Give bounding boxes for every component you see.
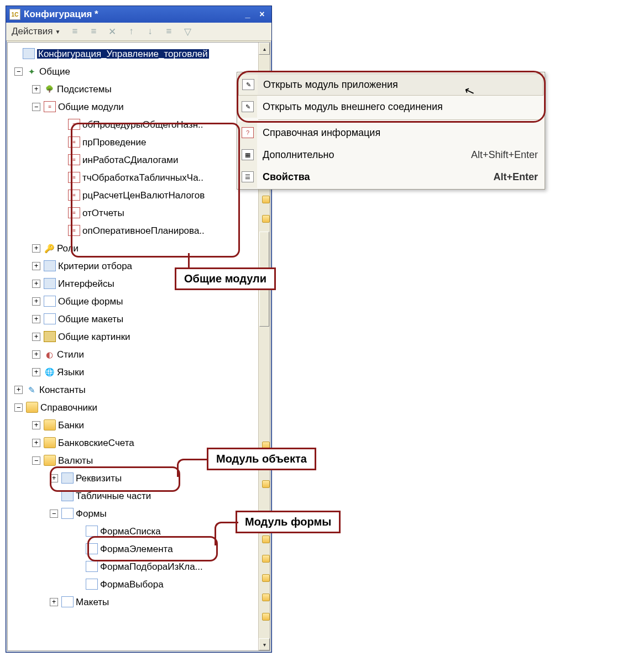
- bookmark-marker: [262, 594, 270, 601]
- form-list-label: ФормаСписка: [100, 527, 161, 536]
- bookmark-marker: [262, 555, 270, 563]
- app-icon: 1C: [9, 9, 20, 20]
- common-forms-label: Общие формы: [58, 297, 123, 306]
- interfaces-label: Интерфейсы: [58, 279, 114, 288]
- tree-root[interactable]: Конфигурация_Управление_торговлей: [11, 45, 269, 62]
- properties-icon: ☰: [242, 171, 254, 182]
- form-icon: [44, 296, 56, 307]
- common-modules-label: Общие модули: [58, 102, 124, 112]
- interface-icon: [44, 278, 56, 289]
- tree-constants[interactable]: +✎Константы: [11, 381, 269, 398]
- bookmark-marker: [262, 613, 270, 621]
- subsystems-icon: 🌳: [44, 84, 55, 94]
- ctx-properties[interactable]: ☰ Свойства Alt+Enter: [238, 166, 543, 188]
- globe-icon: 🌐: [44, 367, 55, 377]
- toolbar-down-icon[interactable]: ↓: [142, 24, 158, 39]
- languages-label: Языки: [57, 368, 84, 377]
- currencies-label: Валюты: [58, 456, 93, 465]
- callout-connector: [177, 459, 208, 477]
- ctx-label: Свойства: [257, 171, 493, 183]
- toolbar-sort-icon[interactable]: ≡: [161, 24, 176, 39]
- ctx-shortcut: Alt+Shift+Enter: [471, 149, 538, 161]
- tree-common-forms[interactable]: +Общие формы: [11, 292, 269, 310]
- expander-minus[interactable]: −: [14, 67, 23, 76]
- form-pick-label: ФормаПодбораИзКла...: [100, 562, 203, 571]
- tree-styles[interactable]: +◐Стили: [11, 345, 269, 363]
- tree-common-pictures[interactable]: +Общие картинки: [11, 328, 269, 345]
- callout-object-module: Модуль объекта: [207, 448, 316, 470]
- key-icon: 🔑: [44, 243, 55, 253]
- ctx-label: Справочная информация: [257, 127, 538, 139]
- actions-label: Действия: [12, 26, 53, 37]
- toolbar-icon-2[interactable]: ≡: [86, 24, 101, 39]
- callout-ring-formlist: [87, 536, 218, 561]
- module-group-icon: ≡: [44, 101, 56, 112]
- form-icon: [86, 526, 98, 537]
- bookmark-marker: [262, 480, 270, 488]
- titlebar[interactable]: 1C Конфигурация * _ ×: [6, 6, 271, 23]
- ctx-additional[interactable]: ▦ Дополнительно Alt+Shift+Enter: [238, 144, 543, 166]
- style-icon: ◐: [44, 349, 55, 359]
- form-choice-label: ФормаВыбора: [100, 580, 164, 589]
- folder-icon: [44, 437, 56, 448]
- actions-menu[interactable]: Действия ▼: [8, 25, 64, 38]
- layout-icon: [44, 313, 56, 324]
- tabular-label: Табличные части: [76, 491, 151, 501]
- expander-plus[interactable]: +: [32, 85, 40, 93]
- bank-accounts-label: БанковскиеСчета: [58, 438, 134, 448]
- chevron-down-icon: ▼: [55, 29, 60, 35]
- window-title: Конфигурация *: [24, 9, 98, 20]
- bookmark-marker: [262, 574, 270, 582]
- filter-icon: [44, 260, 56, 271]
- close-button[interactable]: ×: [256, 9, 268, 20]
- toolbar-icon-1[interactable]: ≡: [67, 24, 82, 39]
- banks-label: Банки: [58, 421, 84, 430]
- callout-connector: [188, 253, 190, 269]
- catalogs-label: Справочники: [40, 403, 97, 412]
- bookmark-marker: [262, 536, 270, 543]
- callout-ring-modules: [71, 123, 240, 258]
- ctx-label: Дополнительно: [257, 149, 471, 161]
- folder-icon: [44, 419, 56, 431]
- bookmark-marker: [262, 196, 270, 203]
- tree-catalogs[interactable]: −Справочники: [11, 398, 269, 416]
- tree-form-choice[interactable]: ФормаВыбора: [11, 575, 269, 593]
- tree-layouts[interactable]: +Макеты: [11, 593, 269, 611]
- ctx-help[interactable]: ? Справочная информация: [238, 122, 543, 144]
- callout-connector: [215, 522, 238, 545]
- page-icon: ▦: [242, 149, 254, 160]
- scroll-up-button[interactable]: ▴: [259, 43, 270, 55]
- callout-common-modules: Общие модули: [175, 267, 276, 290]
- forms-icon: [61, 508, 74, 519]
- subsystems-label: Подсистемы: [57, 85, 112, 94]
- puzzle-icon: ✦: [26, 66, 37, 76]
- constants-icon: ✎: [26, 385, 37, 395]
- folder-icon: [44, 455, 56, 466]
- config-icon: [23, 48, 35, 59]
- tree-common[interactable]: − ✦ Общие: [11, 62, 269, 80]
- toolbar-up-icon[interactable]: ↑: [123, 24, 139, 39]
- bookmark-marker: [262, 215, 270, 223]
- expander-minus[interactable]: −: [32, 103, 40, 111]
- callout-ring-contextmenu: [237, 71, 546, 123]
- tree-common-modules[interactable]: − ≡ Общие модули: [11, 98, 269, 116]
- tree-common-layouts[interactable]: +Общие макеты: [11, 310, 269, 328]
- scroll-down-button[interactable]: ▾: [259, 638, 270, 650]
- minimize-button[interactable]: _: [242, 9, 254, 20]
- folder-icon: [26, 402, 38, 413]
- toolbar-icon-3[interactable]: ✕: [104, 24, 120, 39]
- tree-banks[interactable]: +Банки: [11, 416, 269, 434]
- common-layouts-label: Общие макеты: [58, 314, 123, 324]
- criteria-label: Критерии отбора: [58, 261, 132, 271]
- forms-label: Формы: [76, 509, 107, 518]
- root-label: Конфигурация_Управление_торговлей: [37, 49, 209, 59]
- tabular-icon: [61, 490, 74, 501]
- layout-icon: [61, 596, 74, 607]
- toolbar-filter-icon[interactable]: ▽: [180, 24, 195, 39]
- form-icon: [86, 579, 98, 590]
- help-icon: ?: [242, 127, 254, 138]
- common-label: Общие: [39, 67, 70, 76]
- tree-languages[interactable]: +🌐Языки: [11, 363, 269, 381]
- tree-forms[interactable]: −Формы: [11, 505, 269, 522]
- tree-subsystems[interactable]: + 🌳 Подсистемы: [11, 80, 269, 98]
